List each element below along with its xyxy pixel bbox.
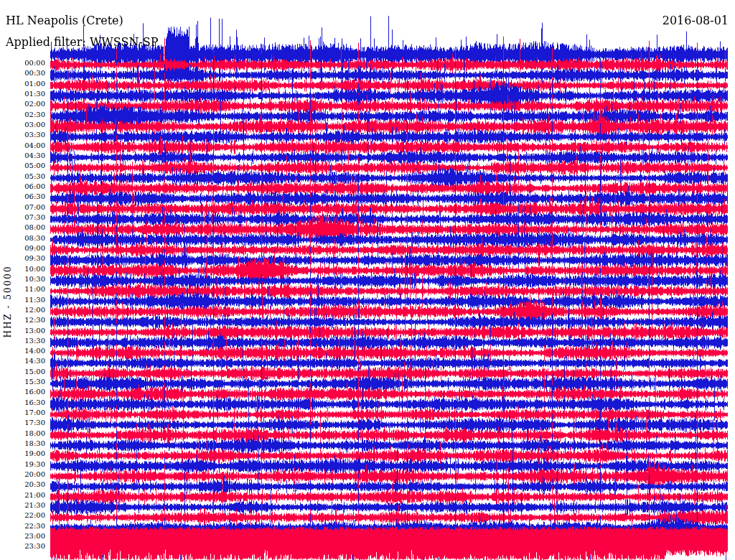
time-label: 03:00	[10, 120, 45, 130]
time-label: 08:30	[10, 233, 45, 243]
time-label: 03:30	[10, 130, 45, 140]
time-label: 15:30	[10, 377, 45, 387]
time-label: 22:30	[10, 521, 45, 531]
time-label: 07:00	[10, 202, 45, 213]
time-label: 05:00	[10, 161, 45, 171]
time-label: 18:00	[10, 429, 45, 439]
time-label: 04:30	[10, 151, 45, 161]
time-label: 14:00	[10, 346, 45, 356]
time-label: 11:00	[10, 284, 45, 294]
time-label: 11:30	[10, 295, 45, 305]
time-label: 02:00	[10, 99, 45, 109]
time-label: 17:30	[10, 418, 45, 428]
time-label: 21:00	[10, 490, 45, 500]
time-label: 00:00	[10, 58, 45, 68]
time-label: 12:00	[10, 305, 45, 315]
date-label: 2016-08-01	[663, 14, 729, 27]
time-label: 23:30	[10, 541, 45, 551]
time-label: 05:30	[10, 172, 45, 182]
station-title: HL Neapolis (Crete)	[6, 14, 123, 27]
time-label: 16:30	[10, 398, 45, 408]
time-label: 06:00	[10, 182, 45, 192]
time-label: 00:30	[10, 68, 45, 78]
time-label: 12:30	[10, 315, 45, 325]
time-label: 20:00	[10, 470, 45, 480]
time-label: 14:30	[10, 356, 45, 366]
time-label: 23:00	[10, 531, 45, 541]
time-label: 09:30	[10, 253, 45, 263]
time-label: 13:30	[10, 336, 45, 346]
time-label: 10:00	[10, 264, 45, 274]
time-label: 20:30	[10, 480, 45, 490]
time-label: 01:00	[10, 79, 45, 89]
time-label: 08:00	[10, 223, 45, 233]
time-label: 21:30	[10, 500, 45, 510]
time-label: 15:00	[10, 367, 45, 377]
seismogram-trace-canvas	[50, 0, 728, 560]
helicorder-page: HL Neapolis (Crete) Applied filter: WWSS…	[0, 0, 735, 560]
time-label: 04:00	[10, 141, 45, 151]
time-label: 13:00	[10, 326, 45, 336]
time-label: 22:00	[10, 510, 45, 521]
time-label: 01:30	[10, 89, 45, 99]
time-label: 19:00	[10, 449, 45, 459]
time-label: 07:30	[10, 213, 45, 223]
applied-filter-label: Applied filter: WWSSN-SP	[6, 35, 159, 49]
time-label: 09:00	[10, 243, 45, 253]
time-label: 18:30	[10, 439, 45, 449]
time-label: 16:00	[10, 387, 45, 397]
time-label: 19:30	[10, 459, 45, 470]
time-label: 17:00	[10, 408, 45, 418]
time-label: 02:30	[10, 110, 45, 120]
time-label: 10:30	[10, 274, 45, 284]
time-label: 06:30	[10, 192, 45, 202]
